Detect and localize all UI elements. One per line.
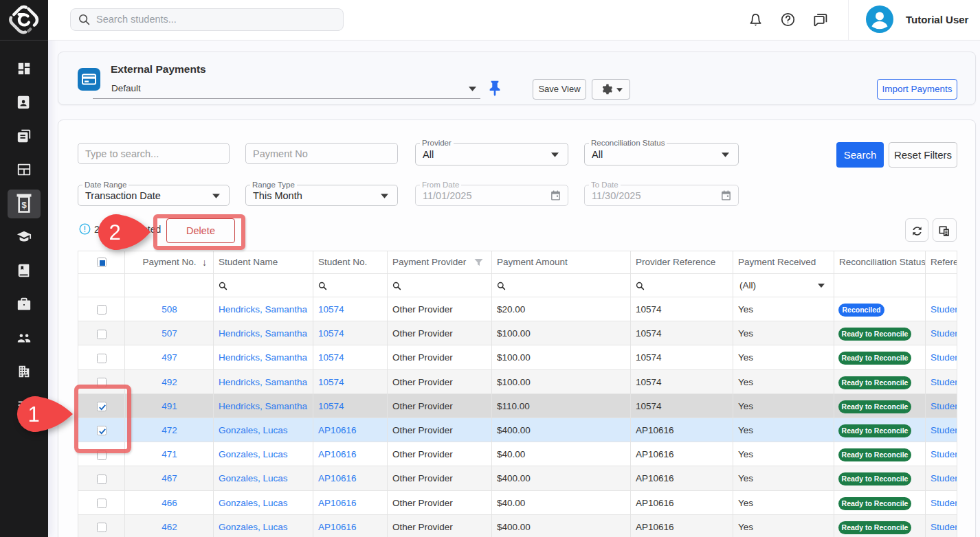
svg-text:$: $ bbox=[21, 200, 27, 210]
svg-text:1: 1 bbox=[27, 402, 39, 426]
svg-text:2: 2 bbox=[109, 220, 120, 244]
